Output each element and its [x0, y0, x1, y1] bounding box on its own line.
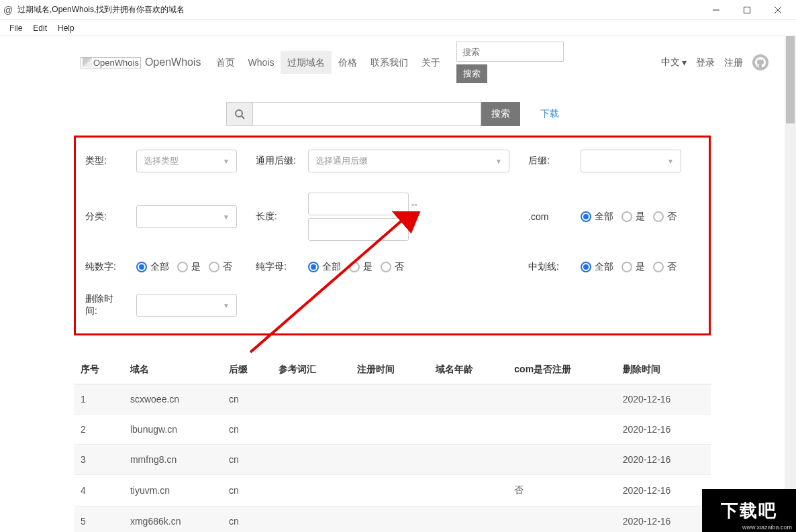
th-reg[interactable]: 注册时间 — [350, 356, 429, 384]
top-search-button[interactable]: 搜索 — [456, 64, 487, 83]
menubar: File Edit Help — [0, 20, 796, 36]
window-title: 过期域名,OpenWhois,找到并拥有你喜欢的域名 — [17, 4, 701, 15]
cell-idx: 2 — [74, 415, 123, 445]
language-dropdown[interactable]: 中文 ▾ — [661, 56, 687, 68]
cell-del: 2020-12-16 — [616, 475, 711, 507]
window-controls — [701, 0, 793, 20]
svg-point-4 — [236, 110, 242, 117]
cell-ref — [272, 445, 350, 475]
titlebar: @ 过期域名,OpenWhois,找到并拥有你喜欢的域名 — [0, 0, 796, 20]
svg-line-5 — [242, 116, 244, 119]
cell-suffix: cn — [222, 445, 272, 475]
top-nav: OpenWhois OpenWhois 首页 Whois 过期域名 价格 联系我… — [0, 36, 785, 89]
cell-reg — [350, 415, 429, 445]
cell-domain: tiyuvm.cn — [123, 475, 222, 507]
cell-age — [429, 445, 507, 475]
cell-del: 2020-12-16 — [616, 445, 711, 475]
register-link[interactable]: 注册 — [724, 56, 743, 68]
main-search-input[interactable] — [253, 102, 481, 126]
radio-hyphen-all[interactable]: 全部 — [581, 261, 613, 273]
radio-digits-all[interactable]: 全部 — [136, 261, 169, 273]
radio-digits-no[interactable]: 否 — [209, 261, 232, 273]
svg-rect-1 — [744, 7, 750, 13]
nav-contact[interactable]: 联系我们 — [364, 51, 415, 74]
label-suffix: 后缀: — [528, 155, 568, 167]
table-header-row: 序号 域名 后缀 参考词汇 注册时间 域名年龄 com是否注册 删除时间 — [74, 356, 711, 384]
radio-hyphen-yes[interactable]: 是 — [621, 261, 645, 273]
menu-file[interactable]: File — [4, 22, 28, 34]
table-row[interactable]: 4tiyuvm.cncn否2020-12-16 — [74, 475, 711, 507]
select-suffix[interactable]: ▼ — [581, 150, 681, 172]
cell-suffix: cn — [222, 507, 272, 533]
select-deltime[interactable]: ▼ — [136, 294, 237, 317]
close-button[interactable] — [762, 0, 793, 20]
select-type[interactable]: 选择类型▼ — [136, 150, 237, 172]
top-search: 搜索 — [456, 42, 564, 83]
caret-down-icon: ▼ — [223, 158, 230, 165]
radio-com-yes[interactable]: 是 — [621, 211, 645, 223]
radio-letters-no[interactable]: 否 — [381, 261, 404, 273]
radio-digits-yes[interactable]: 是 — [177, 261, 201, 273]
minimize-button[interactable] — [701, 0, 732, 20]
main-search-button[interactable]: 搜索 — [481, 102, 520, 126]
th-del[interactable]: 删除时间 — [616, 356, 711, 384]
table-row[interactable]: 3mmfng8.cncn2020-12-16 — [74, 445, 711, 475]
brand-logo-icon: OpenWhois — [81, 57, 141, 68]
scrollbar-vertical[interactable] — [785, 36, 796, 532]
length-separator: -- — [411, 199, 417, 209]
select-category[interactable]: ▼ — [136, 205, 237, 228]
nav-home[interactable]: 首页 — [209, 51, 242, 74]
select-generic-suffix[interactable]: 选择通用后缀▼ — [308, 150, 509, 172]
brand[interactable]: OpenWhois OpenWhois — [81, 56, 201, 68]
search-icon[interactable] — [226, 102, 253, 126]
label-generic-suffix: 通用后缀: — [256, 155, 296, 167]
cell-del: 2020-12-16 — [616, 384, 711, 415]
scrollbar-thumb[interactable] — [786, 36, 795, 123]
length-max-input[interactable] — [308, 218, 409, 241]
caret-down-icon: ▼ — [223, 302, 230, 309]
th-com[interactable]: com是否注册 — [507, 356, 615, 384]
maximize-button[interactable] — [732, 0, 762, 20]
top-search-input[interactable] — [456, 42, 564, 62]
nav-about[interactable]: 关于 — [415, 51, 447, 74]
radio-letters-yes[interactable]: 是 — [349, 261, 372, 273]
label-letters: 纯字母: — [256, 261, 296, 273]
login-link[interactable]: 登录 — [696, 56, 715, 68]
language-label: 中文 — [661, 56, 680, 68]
download-link[interactable]: 下载 — [540, 108, 559, 120]
table-row[interactable]: 1scxwoee.cncn2020-12-16 — [74, 384, 711, 415]
cell-domain: xmg686k.cn — [123, 507, 222, 533]
radio-hyphen-no[interactable]: 否 — [653, 261, 677, 273]
github-icon[interactable] — [752, 54, 768, 70]
cell-idx: 4 — [74, 475, 123, 507]
watermark-text: 下载吧 — [721, 499, 777, 523]
table-row[interactable]: 2lbunugw.cncn2020-12-16 — [74, 415, 711, 445]
th-suffix[interactable]: 后缀 — [222, 356, 272, 384]
menu-edit[interactable]: Edit — [28, 22, 52, 34]
th-domain[interactable]: 域名 — [123, 356, 222, 384]
nav-pricing[interactable]: 价格 — [332, 51, 364, 74]
radio-com-no[interactable]: 否 — [653, 211, 677, 223]
cell-ref — [272, 475, 350, 507]
table-row[interactable]: 5xmg686k.cncn2020-12-16 — [74, 507, 711, 533]
cell-idx: 5 — [74, 507, 123, 533]
radio-com-all[interactable]: 全部 — [581, 211, 613, 223]
label-length: 长度: — [256, 211, 296, 223]
radios-letters: 全部 是 否 — [308, 261, 516, 273]
radio-letters-all[interactable]: 全部 — [308, 261, 341, 273]
cell-ref — [272, 415, 350, 445]
caret-down-icon: ▼ — [667, 158, 674, 165]
app-icon: @ — [3, 5, 13, 15]
length-inputs: -- — [308, 193, 516, 241]
th-idx[interactable]: 序号 — [74, 356, 123, 384]
cell-com — [507, 507, 615, 533]
th-age[interactable]: 域名年龄 — [429, 356, 507, 384]
menu-help[interactable]: Help — [52, 22, 80, 34]
length-min-input[interactable] — [308, 193, 409, 215]
main-search-row: 搜索 下载 — [74, 102, 711, 126]
nav-whois[interactable]: Whois — [242, 51, 281, 74]
th-ref[interactable]: 参考词汇 — [272, 356, 350, 384]
label-hyphen: 中划线: — [528, 261, 568, 273]
nav-expired[interactable]: 过期域名 — [281, 51, 332, 74]
cell-reg — [350, 384, 429, 415]
